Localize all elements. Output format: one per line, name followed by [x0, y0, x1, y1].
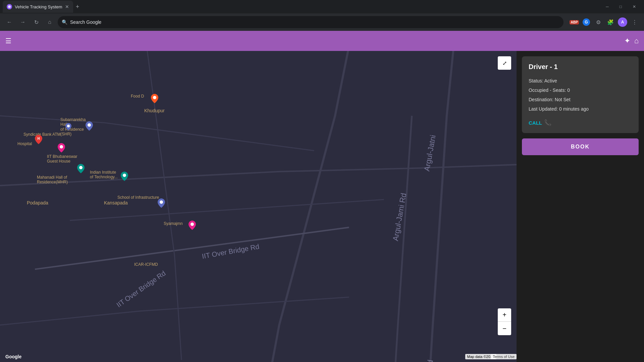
google-logo: Google: [5, 354, 21, 359]
menu-hamburger-icon[interactable]: ☰: [5, 37, 11, 45]
zoom-in-button[interactable]: +: [498, 308, 511, 322]
svg-point-0: [8, 5, 11, 8]
extensions-icon[interactable]: 🧩: [605, 17, 616, 27]
active-tab[interactable]: Vehicle Tracking System ✕: [3, 1, 73, 13]
minimize-button[interactable]: ─: [600, 1, 614, 13]
svg-rect-1: [0, 51, 517, 362]
tab-title: Vehicle Tracking System: [15, 4, 62, 9]
tab-favicon: [7, 4, 12, 9]
home-button[interactable]: ⌂: [44, 17, 55, 27]
updated-value: 0 minutes ago: [559, 106, 589, 112]
abp-extension-icon[interactable]: ABP: [569, 17, 580, 27]
user-avatar: A: [618, 17, 627, 27]
window-controls: ─ □ ✕: [600, 1, 641, 13]
reload-button[interactable]: ↻: [31, 17, 42, 27]
zoom-out-button[interactable]: −: [498, 322, 511, 335]
terms-label[interactable]: Terms of Use: [491, 354, 517, 359]
book-button[interactable]: BOOK: [522, 138, 639, 155]
sun-icon[interactable]: ✦: [624, 37, 630, 45]
browser-chrome: Vehicle Tracking System ✕ + ─ □ ✕ ← → ↻ …: [0, 0, 644, 31]
updated-label: Last Updated:: [529, 106, 558, 112]
info-panel: Driver - 1 Status: Active Occupied - Sea…: [517, 51, 644, 362]
header-right-icons: ✦ ⌂: [624, 37, 639, 45]
forward-button[interactable]: →: [17, 17, 28, 27]
tab-close-icon[interactable]: ✕: [65, 4, 69, 9]
main-content: IIT Rd Argul-Jatni Argul-Jami Rd Argul-J…: [0, 51, 644, 362]
call-phone-icon: 📞: [544, 119, 551, 126]
toolbar-icons: ABP G ⚙ 🧩 A ⋮: [569, 17, 640, 27]
home-icon[interactable]: ⌂: [634, 37, 639, 45]
call-section[interactable]: CALL 📞: [529, 119, 632, 126]
grammarly-badge: G: [583, 18, 590, 26]
search-icon: 🔍: [62, 19, 67, 25]
grammarly-extension-icon[interactable]: G: [581, 17, 592, 27]
close-button[interactable]: ✕: [627, 1, 641, 13]
map-area[interactable]: IIT Rd Argul-Jatni Argul-Jami Rd Argul-J…: [0, 51, 517, 362]
tab-bar: Vehicle Tracking System ✕ + ─ □ ✕: [0, 0, 644, 13]
address-bar[interactable]: 🔍: [58, 16, 564, 28]
driver-card: Driver - 1 Status: Active Occupied - Sea…: [522, 56, 639, 133]
app-container: ☰ ✦ ⌂: [0, 31, 644, 362]
more-options-icon[interactable]: ⋮: [629, 17, 640, 27]
address-bar-row: ← → ↻ ⌂ 🔍 ABP G ⚙ 🧩 A ⋮: [0, 13, 644, 31]
occupied-label: Occupied - Seats:: [529, 87, 566, 93]
search-input[interactable]: [70, 19, 559, 25]
status-label: Status:: [529, 78, 543, 83]
destination-value: Not Set: [555, 97, 571, 102]
profile-avatar[interactable]: A: [617, 17, 628, 27]
status-value: Active: [544, 78, 557, 83]
abp-badge: ABP: [570, 20, 579, 24]
driver-name: Driver - 1: [529, 63, 632, 71]
map-svg: IIT Rd Argul-Jatni Argul-Jami Rd Argul-J…: [0, 51, 517, 362]
destination-label: Destination:: [529, 97, 553, 102]
zoom-controls: + −: [498, 308, 511, 335]
occupied-value: 0: [567, 87, 570, 93]
map-expand-button[interactable]: ⤢: [498, 56, 511, 70]
new-tab-button[interactable]: +: [73, 2, 82, 12]
call-button[interactable]: CALL: [529, 120, 542, 126]
expand-icon: ⤢: [502, 60, 507, 66]
maximize-button[interactable]: □: [614, 1, 627, 13]
driver-info: Status: Active Occupied - Seats: 0 Desti…: [529, 76, 632, 114]
app-header: ☰ ✦ ⌂: [0, 31, 644, 51]
settings-icon[interactable]: ⚙: [593, 17, 604, 27]
back-button[interactable]: ←: [4, 17, 15, 27]
